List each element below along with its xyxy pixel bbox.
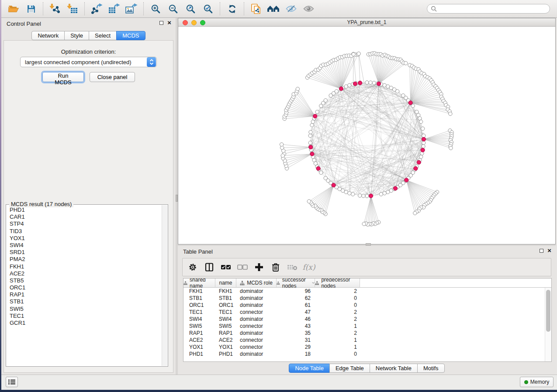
mcds-result-item[interactable]: FKH1 bbox=[10, 263, 161, 270]
network-node[interactable] bbox=[310, 123, 314, 127]
export-table-button[interactable] bbox=[105, 1, 123, 16]
table-row[interactable]: YOX1YOX1connector291 bbox=[183, 344, 551, 351]
network-node[interactable] bbox=[362, 194, 365, 198]
network-node[interactable] bbox=[315, 110, 319, 113]
network-node[interactable] bbox=[449, 112, 452, 115]
tab-network[interactable]: Network bbox=[31, 31, 65, 40]
network-node[interactable] bbox=[281, 154, 284, 157]
network-node[interactable] bbox=[372, 81, 376, 85]
mcds-node[interactable] bbox=[422, 137, 426, 141]
mcds-node[interactable] bbox=[332, 183, 336, 187]
network-node[interactable] bbox=[449, 146, 453, 150]
mcds-node[interactable] bbox=[417, 160, 421, 164]
tab-motifs[interactable]: Motifs bbox=[417, 364, 445, 373]
mcds-result-item[interactable]: YOX1 bbox=[10, 235, 161, 242]
memory-button[interactable]: Memory bbox=[520, 377, 554, 387]
tab-style[interactable]: Style bbox=[64, 31, 89, 40]
select-all-button[interactable] bbox=[219, 261, 232, 274]
network-titlebar[interactable]: YPA_prune.txt_1 bbox=[178, 18, 555, 27]
optimization-criterion-select[interactable]: largest connected component (undirected) bbox=[20, 57, 157, 67]
mcds-result-item[interactable]: STP4 bbox=[10, 220, 161, 227]
network-node[interactable] bbox=[308, 141, 312, 144]
hide-selected-button[interactable] bbox=[282, 1, 300, 16]
mcds-node[interactable] bbox=[310, 152, 314, 156]
network-node[interactable] bbox=[413, 211, 417, 215]
network-node[interactable] bbox=[365, 81, 369, 84]
deselect-all-button[interactable] bbox=[236, 261, 249, 274]
network-node[interactable] bbox=[404, 62, 408, 65]
mcds-list-scrollbar[interactable] bbox=[162, 205, 167, 366]
float-panel-icon[interactable] bbox=[159, 21, 163, 25]
mcds-node[interactable] bbox=[408, 101, 412, 105]
save-session-button[interactable] bbox=[22, 1, 40, 16]
mcds-result-item[interactable]: SWI5 bbox=[10, 306, 161, 313]
table-row[interactable]: SWI5SWI5connector431 bbox=[183, 323, 551, 330]
first-neighbors-button[interactable] bbox=[265, 1, 282, 16]
network-node[interactable] bbox=[362, 222, 366, 226]
close-panel-button[interactable]: Close panel bbox=[90, 72, 135, 82]
column-header-name[interactable]: name bbox=[215, 279, 236, 288]
close-panel-icon[interactable]: × bbox=[167, 20, 171, 25]
network-node[interactable] bbox=[419, 155, 422, 158]
mcds-node[interactable] bbox=[405, 178, 408, 182]
column-header-successor-nodes[interactable]: successor nodes bbox=[277, 279, 315, 288]
mcds-node[interactable] bbox=[316, 166, 320, 170]
network-node[interactable] bbox=[395, 89, 399, 93]
table-scrollbar[interactable] bbox=[545, 288, 551, 361]
network-canvas[interactable] bbox=[178, 27, 555, 244]
network-node[interactable] bbox=[309, 131, 312, 134]
table-row[interactable]: ORC1ORC1dominator610 bbox=[183, 302, 551, 309]
show-all-button[interactable] bbox=[300, 1, 317, 16]
table-row[interactable]: ACE2ACE2connector311 bbox=[183, 337, 551, 344]
mcds-result-item[interactable]: CAR1 bbox=[10, 213, 161, 220]
network-node[interactable] bbox=[307, 199, 311, 203]
clone-network-button[interactable] bbox=[247, 1, 265, 16]
network-node[interactable] bbox=[379, 193, 383, 196]
zoom-in-button[interactable] bbox=[147, 1, 164, 16]
mcds-node[interactable] bbox=[414, 166, 418, 170]
show-column-button[interactable] bbox=[203, 261, 216, 274]
search-input[interactable] bbox=[437, 5, 550, 13]
network-node[interactable] bbox=[324, 176, 327, 180]
run-mcds-button[interactable]: Run MCDS bbox=[42, 72, 84, 82]
mcds-result-item[interactable]: STB1 bbox=[10, 298, 161, 305]
mcds-result-item[interactable]: TEC1 bbox=[10, 313, 161, 320]
mcds-node[interactable] bbox=[358, 81, 362, 85]
export-network-button[interactable] bbox=[88, 1, 105, 16]
delete-column-button[interactable] bbox=[269, 261, 282, 274]
network-graph[interactable] bbox=[178, 27, 555, 244]
tab-node-table[interactable]: Node Table bbox=[289, 364, 330, 373]
mcds-result-item[interactable]: RAP1 bbox=[10, 291, 161, 298]
column-header-MCDS-role[interactable]: MCDS role bbox=[236, 279, 277, 288]
mcds-result-item[interactable]: ORC1 bbox=[10, 284, 161, 291]
table-row[interactable]: PHD1PHD1dominator180 bbox=[183, 351, 551, 358]
table-row[interactable]: FKH1FKH1dominator962 bbox=[183, 288, 551, 295]
mcds-node[interactable] bbox=[339, 87, 343, 91]
network-node[interactable] bbox=[344, 85, 348, 88]
scrollbar-thumb[interactable] bbox=[546, 290, 550, 332]
table-row[interactable]: STB1STB1dominator620 bbox=[183, 295, 551, 302]
maximize-window-icon[interactable] bbox=[200, 20, 205, 25]
mcds-result-item[interactable]: SRD1 bbox=[10, 249, 161, 256]
table-row[interactable]: TEC1TEC1connector472 bbox=[183, 309, 551, 316]
network-node[interactable] bbox=[348, 83, 351, 87]
table-row[interactable]: SWI4SWI4dominator462 bbox=[183, 316, 551, 323]
close-panel-icon[interactable]: × bbox=[547, 248, 551, 253]
network-node[interactable] bbox=[351, 193, 354, 196]
mcds-node[interactable] bbox=[309, 145, 313, 149]
network-node[interactable] bbox=[419, 120, 422, 124]
network-node[interactable] bbox=[418, 117, 422, 120]
mcds-result-item[interactable]: STB5 bbox=[10, 277, 161, 284]
network-node[interactable] bbox=[422, 141, 426, 144]
minimize-window-icon[interactable] bbox=[191, 20, 197, 25]
tab-network-table[interactable]: Network Table bbox=[370, 364, 418, 373]
import-network-button[interactable] bbox=[46, 1, 64, 16]
network-node[interactable] bbox=[280, 143, 283, 146]
network-node[interactable] bbox=[386, 190, 390, 194]
network-node[interactable] bbox=[383, 83, 386, 87]
create-column-button[interactable] bbox=[253, 261, 266, 274]
network-node[interactable] bbox=[357, 52, 360, 55]
tab-edge-table[interactable]: Edge Table bbox=[329, 364, 370, 373]
network-node[interactable] bbox=[358, 194, 362, 197]
table-settings-button[interactable] bbox=[186, 261, 199, 274]
